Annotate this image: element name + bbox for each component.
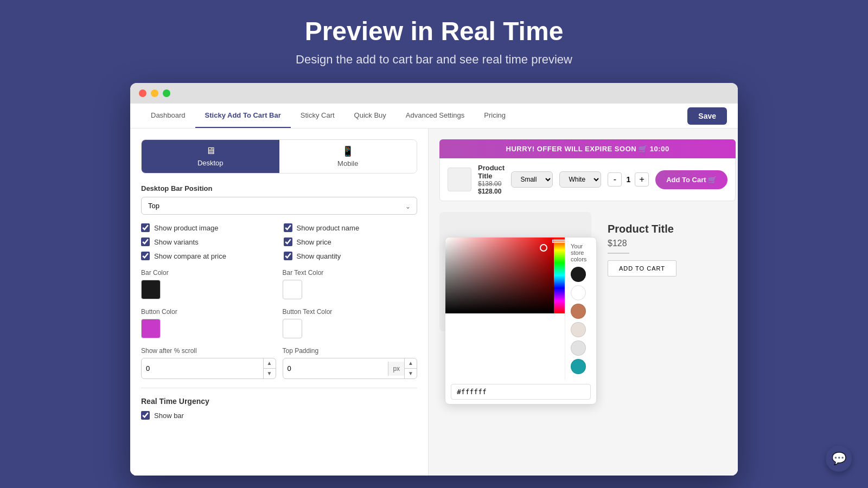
top-padding-label: Top Padding: [283, 347, 418, 355]
right-panel: HURRY! OFFER WILL EXPIRE SOON 🛒 10:00 Pr…: [429, 129, 738, 476]
mobile-icon: 📱: [342, 145, 354, 157]
bar-position-select-wrapper: Top Bottom: [141, 197, 417, 215]
checkbox-show-quantity[interactable]: Show quantity: [284, 252, 418, 260]
store-colors-label: Your store colors: [571, 243, 591, 262]
checkbox-show-price[interactable]: Show price: [284, 237, 418, 246]
px-unit: px: [388, 362, 404, 376]
color-picker-overlay: Your store colors #ffffff: [445, 237, 597, 404]
checkbox-show-product-image[interactable]: Show product image: [141, 223, 275, 232]
top-padding-down[interactable]: ▼: [405, 369, 417, 378]
button-color-label: Button Color: [141, 308, 276, 316]
bar-position-select[interactable]: Top Bottom: [141, 197, 417, 215]
color-picker-body: Your store colors: [445, 237, 596, 380]
picker-cursor: [540, 244, 547, 252]
bar-color-label: Bar Color: [141, 269, 276, 277]
minimize-dot[interactable]: [151, 89, 158, 97]
show-after-spinners: ▲ ▼: [263, 358, 276, 378]
tab-quick-buy[interactable]: Quick Buy: [344, 104, 396, 128]
show-after-field: Show after % scroll ▲ ▼: [141, 347, 276, 379]
checkbox-show-compare-price[interactable]: Show compare at price: [141, 252, 275, 260]
product-title-bar: Product Title: [478, 164, 505, 180]
bar-text-color-label: Bar Text Color: [283, 269, 418, 277]
color-hue-slider[interactable]: [554, 237, 565, 313]
checkbox-grid: Show product image Show product name Sho…: [141, 223, 417, 260]
top-padding-up[interactable]: ▲: [405, 358, 417, 369]
page-title: Preview in Real Time: [305, 16, 564, 46]
top-padding-input[interactable]: [283, 361, 388, 376]
bar-color-swatch[interactable]: [141, 280, 161, 299]
main-content: 🖥 Desktop 📱 Mobile Desktop Bar Position …: [130, 129, 738, 476]
urgency-bar: HURRY! OFFER WILL EXPIRE SOON 🛒 10:00: [439, 139, 736, 158]
show-after-input-wrapper: ▲ ▼: [141, 358, 276, 379]
color-hex-input[interactable]: #ffffff: [451, 384, 591, 400]
hue-wrapper: [554, 237, 565, 380]
show-after-up[interactable]: ▲: [264, 358, 276, 369]
old-price: $138.00: [478, 180, 501, 188]
variant-select-small[interactable]: Small: [511, 171, 553, 188]
top-padding-spinners: ▲ ▼: [404, 358, 417, 378]
tab-mobile[interactable]: 📱 Mobile: [279, 140, 417, 173]
store-color-white[interactable]: [571, 285, 586, 300]
tab-dashboard[interactable]: Dashboard: [141, 104, 195, 128]
device-tabs: 🖥 Desktop 📱 Mobile: [141, 139, 417, 174]
product-detail-price: $128: [608, 239, 736, 248]
browser-window: Dashboard Sticky Add To Cart Bar Sticky …: [130, 83, 738, 476]
checkbox-show-bar[interactable]: Show bar: [141, 411, 417, 420]
browser-titlebar: [130, 83, 738, 104]
button-color-field: Button Color: [141, 308, 276, 338]
store-color-beige[interactable]: [571, 322, 586, 337]
qty-minus-button[interactable]: -: [608, 172, 622, 187]
store-color-brown[interactable]: [571, 304, 586, 319]
qty-plus-button[interactable]: +: [635, 172, 649, 187]
show-after-down[interactable]: ▼: [264, 369, 276, 378]
tab-pricing[interactable]: Pricing: [474, 104, 515, 128]
button-color-swatch[interactable]: [141, 319, 161, 338]
page-subtitle: Design the add to cart bar and see real …: [296, 53, 572, 67]
product-bar: Product Title $138.00 $128.00 Small Whit…: [439, 158, 736, 201]
new-price: $128.00: [478, 188, 501, 195]
color-picker-footer: #ffffff: [445, 380, 596, 404]
store-color-lightgray[interactable]: [571, 341, 586, 356]
bar-text-color-field: Bar Text Color: [283, 269, 418, 299]
nav-tabs: Dashboard Sticky Add To Cart Bar Sticky …: [141, 104, 687, 128]
product-detail-add-to-cart[interactable]: ADD TO CART: [608, 260, 676, 277]
add-to-cart-button[interactable]: Add To Cart 🛒: [655, 170, 727, 189]
color-gradient[interactable]: [445, 237, 554, 313]
close-dot[interactable]: [139, 89, 146, 97]
qty-value: 1: [626, 175, 630, 184]
checkbox-show-variants[interactable]: Show variants: [141, 237, 275, 246]
checkbox-show-product-name[interactable]: Show product name: [284, 223, 418, 232]
tab-sticky-add-to-cart[interactable]: Sticky Add To Cart Bar: [195, 104, 291, 128]
show-after-input[interactable]: [142, 361, 263, 376]
product-detail-divider: [608, 253, 629, 254]
maximize-dot[interactable]: [163, 89, 170, 97]
bar-text-color-swatch[interactable]: [283, 280, 302, 299]
bar-position-label: Desktop Bar Position: [141, 184, 417, 192]
button-text-color-swatch[interactable]: [283, 319, 302, 338]
button-text-color-label: Button Text Color: [283, 308, 418, 316]
nav-bar: Dashboard Sticky Add To Cart Bar Sticky …: [130, 104, 738, 129]
top-padding-input-wrapper: px ▲ ▼: [283, 358, 418, 379]
mobile-tab-label: Mobile: [337, 159, 358, 168]
product-info: Product Title $138.00 $128.00: [478, 164, 505, 195]
show-after-label: Show after % scroll: [141, 347, 276, 355]
left-panel: 🖥 Desktop 📱 Mobile Desktop Bar Position …: [130, 129, 429, 476]
store-color-black[interactable]: [571, 267, 586, 282]
store-color-dots: [571, 267, 591, 374]
color-row-2: Button Color Button Text Color: [141, 308, 417, 338]
save-button[interactable]: Save: [687, 107, 727, 125]
desktop-tab-label: Desktop: [197, 159, 224, 167]
tab-desktop[interactable]: 🖥 Desktop: [142, 140, 279, 173]
chat-bubble[interactable]: 💬: [826, 446, 852, 472]
product-thumbnail: [448, 168, 471, 191]
color-row-1: Bar Color Bar Text Color: [141, 269, 417, 299]
product-price-bar: $138.00 $128.00: [478, 180, 505, 195]
hue-cursor: [552, 240, 566, 243]
tab-sticky-cart[interactable]: Sticky Cart: [291, 104, 344, 128]
store-color-teal[interactable]: [571, 359, 586, 374]
button-text-color-field: Button Text Color: [283, 308, 418, 338]
tab-advanced-settings[interactable]: Advanced Settings: [396, 104, 474, 128]
urgency-section: Real Time Urgency Show bar: [141, 388, 417, 420]
variant-select-white[interactable]: White: [559, 171, 601, 188]
number-row: Show after % scroll ▲ ▼ Top Padding px: [141, 347, 417, 379]
